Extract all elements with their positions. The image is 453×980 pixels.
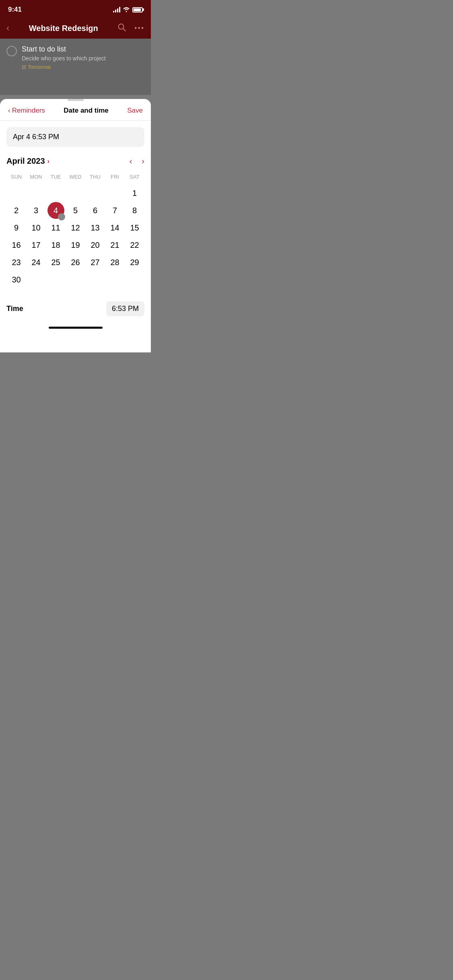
- status-time: 9:41: [8, 6, 22, 14]
- status-bar: 9:41: [0, 0, 151, 18]
- calendar-day-3[interactable]: 3: [26, 202, 46, 219]
- calendar-day-12[interactable]: 12: [66, 219, 85, 237]
- task-description: Decide who goes to which project: [22, 55, 106, 62]
- search-icon[interactable]: [117, 23, 126, 34]
- day-headers: SUN MON TUE WED THU FRI SAT: [6, 172, 144, 181]
- calendar-day-empty: [26, 185, 46, 202]
- calendar-grid: 1234567891011121314151617181920212223242…: [6, 185, 144, 288]
- calendar-day-empty: [66, 271, 85, 288]
- calendar-day-6[interactable]: 6: [85, 202, 105, 219]
- calendar-day-empty: [125, 271, 144, 288]
- calendar: April 2023 › ‹ › SUN MON TUE WED THU FRI…: [0, 153, 151, 292]
- back-button[interactable]: ‹: [6, 23, 9, 33]
- calendar-day-28[interactable]: 28: [105, 254, 125, 271]
- day-header-wed: WED: [66, 172, 85, 181]
- day-header-tue: TUE: [46, 172, 66, 181]
- task-content: Start to do list Decide who goes to whic…: [22, 45, 106, 70]
- calendar-day-8[interactable]: 8: [125, 202, 144, 219]
- nav-actions: •••: [117, 23, 144, 34]
- calendar-day-9[interactable]: 9: [6, 219, 26, 237]
- sheet-header: ‹ Reminders Date and time Save: [0, 101, 151, 121]
- calendar-day-23[interactable]: 23: [6, 254, 26, 271]
- sheet-back-button[interactable]: ‹ Reminders: [8, 107, 45, 115]
- home-indicator: [0, 323, 151, 331]
- calendar-day-13[interactable]: 13: [85, 219, 105, 237]
- task-date-label: Tomorrow: [28, 64, 51, 70]
- next-month-button[interactable]: ›: [142, 156, 144, 166]
- month-year-button[interactable]: April 2023 ›: [6, 156, 49, 166]
- calendar-day-19[interactable]: 19: [66, 237, 85, 254]
- nav-arrows: ‹ ›: [130, 156, 144, 166]
- calendar-day-empty: [85, 185, 105, 202]
- calendar-day-empty: [46, 185, 66, 202]
- calendar-day-15[interactable]: 15: [125, 219, 144, 237]
- svg-line-1: [123, 29, 126, 31]
- day-header-mon: MON: [26, 172, 46, 181]
- battery-icon: [132, 7, 143, 12]
- month-year-label: April 2023: [6, 156, 45, 166]
- calendar-day-empty: [26, 271, 46, 288]
- calendar-day-29[interactable]: 29: [125, 254, 144, 271]
- sheet-back-chevron: ‹: [8, 107, 10, 115]
- calendar-day-7[interactable]: 7: [105, 202, 125, 219]
- time-row: Time 6:53 PM: [0, 295, 151, 323]
- calendar-day-empty: [85, 271, 105, 288]
- calendar-day-24[interactable]: 24: [26, 254, 46, 271]
- prev-month-button[interactable]: ‹: [130, 156, 132, 166]
- calendar-day-20[interactable]: 20: [85, 237, 105, 254]
- calendar-day-16[interactable]: 16: [6, 237, 26, 254]
- calendar-day-27[interactable]: 27: [85, 254, 105, 271]
- calendar-day-11[interactable]: 11: [46, 219, 66, 237]
- calendar-day-empty: [105, 271, 125, 288]
- task-checkbox[interactable]: [6, 46, 17, 56]
- sheet-save-button[interactable]: Save: [127, 107, 143, 115]
- calendar-day-empty: [105, 185, 125, 202]
- time-value-button[interactable]: 6:53 PM: [106, 301, 144, 316]
- calendar-day-18[interactable]: 18: [46, 237, 66, 254]
- calendar-day-empty: [6, 185, 26, 202]
- calendar-day-30[interactable]: 30: [6, 271, 26, 288]
- calendar-day-empty: [46, 271, 66, 288]
- calendar-day-selected[interactable]: 4: [46, 202, 66, 219]
- calendar-day-4[interactable]: 4: [47, 202, 64, 219]
- task-item: Start to do list Decide who goes to whic…: [6, 45, 144, 70]
- day-header-sat: SAT: [125, 172, 144, 181]
- more-icon[interactable]: •••: [134, 24, 144, 33]
- calendar-day-25[interactable]: 25: [46, 254, 66, 271]
- day-header-thu: THU: [85, 172, 105, 181]
- calendar-day-1[interactable]: 1: [125, 185, 144, 202]
- task-area: Start to do list Decide who goes to whic…: [0, 39, 151, 95]
- top-nav: ‹ Website Redesign •••: [0, 18, 151, 39]
- signal-icon: [113, 7, 120, 12]
- home-bar: [49, 327, 103, 329]
- bottom-sheet: ‹ Reminders Date and time Save Apr 4 6:5…: [0, 99, 151, 352]
- day-header-fri: FRI: [105, 172, 125, 181]
- calendar-day-21[interactable]: 21: [105, 237, 125, 254]
- calendar-day-26[interactable]: 26: [66, 254, 85, 271]
- day-header-sun: SUN: [6, 172, 26, 181]
- calendar-day-17[interactable]: 17: [26, 237, 46, 254]
- task-date: ⊟ Tomorrow: [22, 64, 106, 70]
- calendar-nav: April 2023 › ‹ ›: [6, 156, 144, 166]
- wifi-icon: [123, 6, 130, 13]
- calendar-day-10[interactable]: 10: [26, 219, 46, 237]
- calendar-day-empty: [66, 185, 85, 202]
- date-display[interactable]: Apr 4 6:53 PM: [6, 127, 144, 147]
- calendar-day-22[interactable]: 22: [125, 237, 144, 254]
- nav-title: Website Redesign: [9, 24, 117, 33]
- calendar-day-2[interactable]: 2: [6, 202, 26, 219]
- time-label: Time: [6, 305, 23, 313]
- task-title: Start to do list: [22, 45, 106, 54]
- sheet-title: Date and time: [64, 107, 108, 115]
- sheet-back-label: Reminders: [12, 107, 45, 115]
- calendar-day-5[interactable]: 5: [66, 202, 85, 219]
- month-year-chevron: ›: [47, 158, 49, 165]
- calendar-day-14[interactable]: 14: [105, 219, 125, 237]
- status-icons: [113, 6, 143, 13]
- calendar-small-icon: ⊟: [22, 64, 26, 70]
